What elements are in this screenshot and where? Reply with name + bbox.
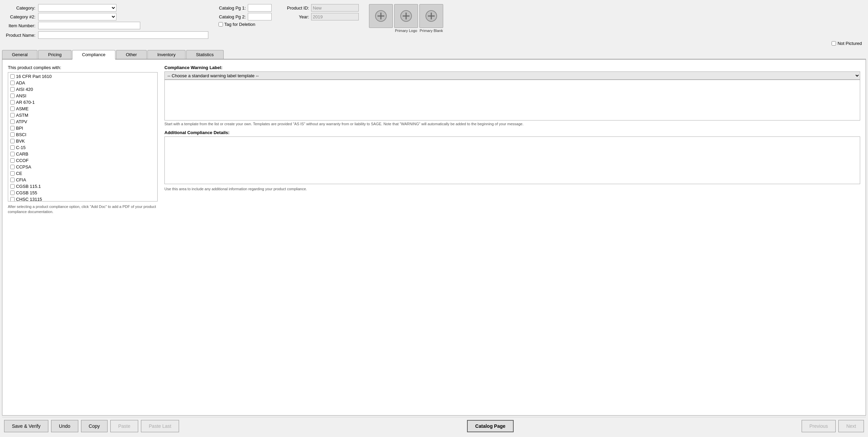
compliance-item-checkbox[interactable] [10,113,15,117]
compliance-item-label: C-15 [16,145,26,150]
content-panel: This product complies with: 16 CFR Part … [2,60,866,416]
compliance-item-checkbox[interactable] [10,184,15,189]
compliance-list: 16 CFR Part 1610ADAAISI 420ANSIAR 670-1A… [8,72,157,201]
compliance-item[interactable]: BVK [8,138,157,144]
compliance-item[interactable]: ANSI [8,93,157,99]
compliance-item-label: BVK [16,139,25,144]
image-btn-3[interactable] [419,4,443,28]
tab-other[interactable]: Other [116,50,147,59]
top-form: Category: Category #2: Item Number: Prod… [2,2,866,48]
tag-deletion-label: Tag for Deletion [224,22,255,27]
compliance-note: After selecting a product compliance opt… [8,204,158,215]
compliance-item-checkbox[interactable] [10,119,15,124]
tab-compliance[interactable]: Compliance [72,50,115,60]
compliance-item-label: ANSI [16,93,26,98]
compliance-item[interactable]: AISI 420 [8,86,157,93]
catalog-pg2-input[interactable] [248,13,272,20]
compliance-item-checkbox[interactable] [10,145,15,150]
compliance-item-checkbox[interactable] [10,100,15,104]
catalog-pg1-label: Catalog Pg 1: [219,5,246,11]
compliance-item[interactable]: ADA [8,80,157,86]
compliance-item[interactable]: CCOF [8,157,157,164]
compliance-item[interactable]: AR 670-1 [8,99,157,106]
compliance-item-checkbox[interactable] [10,139,15,143]
tab-inventory[interactable]: Inventory [147,50,185,59]
compliance-item-checkbox[interactable] [10,165,15,169]
tab-general[interactable]: General [2,50,37,59]
left-form: Category: Category #2: Item Number: Prod… [5,4,208,39]
compliance-list-title: This product complies with: [8,65,158,70]
copy-button[interactable]: Copy [81,420,108,432]
compliance-item-checkbox[interactable] [10,87,15,92]
image-btn-wrapper-3: Primary Blank [419,4,443,33]
image-btn-2-label: Primary Logo [395,29,417,33]
image-btn-1[interactable] [369,4,393,28]
compliance-item-checkbox[interactable] [10,81,15,85]
compliance-item[interactable]: CE [8,170,157,177]
compliance-item[interactable]: CARB [8,151,157,157]
compliance-item[interactable]: ASTM [8,112,157,118]
compliance-item-checkbox[interactable] [10,132,15,137]
compliance-item[interactable]: BPI [8,125,157,131]
compliance-item-label: BSCI [16,132,26,137]
not-pictured-row: Not Pictured [5,41,863,46]
compliance-item-label: CE [16,171,22,176]
compliance-item[interactable]: 16 CFR Part 1610 [8,73,157,80]
tab-bar: General Pricing Compliance Other Invento… [2,50,866,60]
compliance-item-label: CARB [16,151,28,157]
warning-textarea[interactable] [164,80,860,120]
compliance-item[interactable]: CHSC 13115 [8,196,157,201]
compliance-item[interactable]: CFIA [8,177,157,183]
compliance-item[interactable]: CGSB 155 [8,190,157,196]
compliance-item-checkbox[interactable] [10,94,15,98]
compliance-item[interactable]: C-15 [8,144,157,151]
item-number-input[interactable] [38,22,140,29]
previous-button[interactable]: Previous [802,420,836,432]
compliance-item-label: CGSB 155 [16,190,37,195]
paste-last-button[interactable]: Paste Last [141,420,179,432]
compliance-item-label: CCOF [16,158,29,163]
compliance-item[interactable]: BSCI [8,131,157,138]
compliance-item-checkbox[interactable] [10,191,15,195]
compliance-item-checkbox[interactable] [10,152,15,156]
product-name-input[interactable] [38,31,208,39]
catalog-pg2-row: Catalog Pg 2: [219,13,272,20]
paste-button[interactable]: Paste [110,420,138,432]
compliance-item-checkbox[interactable] [10,158,15,163]
compliance-item-checkbox[interactable] [10,197,15,201]
next-button[interactable]: Next [838,420,864,432]
compliance-item-label: ASME [16,106,29,111]
compliance-item-checkbox[interactable] [10,126,15,130]
compliance-item[interactable]: CGSB 115.1 [8,183,157,190]
warning-section: Compliance Warning Label: -- Choose a st… [164,65,860,127]
compliance-item-label: ATPV [16,119,27,124]
catalog-pg1-row: Catalog Pg 1: [219,4,272,12]
year-label: Year: [282,14,309,19]
image-section: Primary Logo Primary Blank [369,4,443,33]
category2-select[interactable] [38,13,116,20]
compliance-item-checkbox[interactable] [10,74,15,79]
compliance-item-checkbox[interactable] [10,178,15,182]
catalog-page-button[interactable]: Catalog Page [467,420,514,432]
compliance-item-label: BPI [16,126,23,131]
compliance-list-container[interactable]: 16 CFR Part 1610ADAAISI 420ANSIAR 670-1A… [8,72,158,201]
catalog-pg1-input[interactable] [248,4,272,12]
compliance-item-label: AR 670-1 [16,100,35,105]
tab-pricing[interactable]: Pricing [38,50,71,59]
compliance-item-checkbox[interactable] [10,107,15,111]
category-select[interactable] [38,4,116,12]
save-verify-button[interactable]: Save & Verify [4,420,48,432]
warning-dropdown[interactable]: -- Choose a standard warning label templ… [164,71,860,80]
main-container: Category: Category #2: Item Number: Prod… [0,0,868,437]
compliance-item-checkbox[interactable] [10,171,15,176]
compliance-item[interactable]: ATPV [8,118,157,125]
not-pictured-checkbox[interactable] [832,41,836,46]
compliance-item[interactable]: CCPSA [8,164,157,170]
additional-textarea[interactable] [164,136,860,184]
tag-deletion-checkbox[interactable] [219,22,223,27]
image-btn-wrapper-2: Primary Logo [394,4,418,33]
image-btn-2[interactable] [394,4,418,28]
compliance-item[interactable]: ASME [8,106,157,112]
undo-button[interactable]: Undo [51,420,78,432]
tab-statistics[interactable]: Statistics [186,50,224,59]
